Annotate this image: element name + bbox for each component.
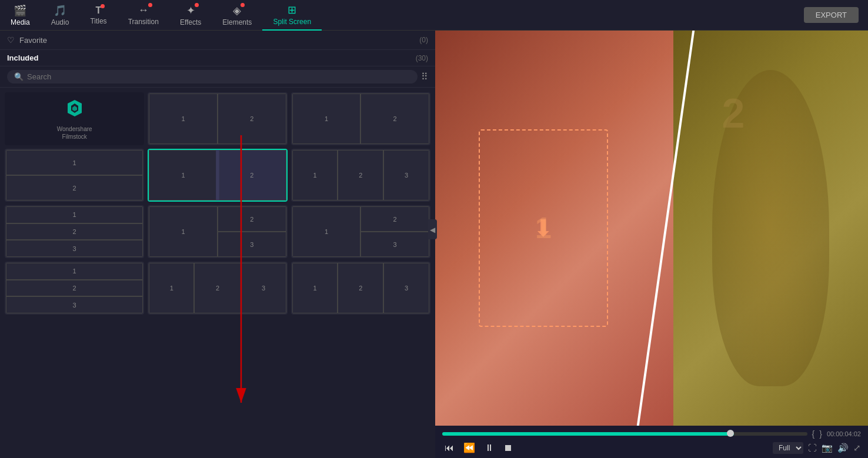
diag-cell-1: 1 bbox=[149, 263, 194, 313]
cell-3: 3 bbox=[6, 296, 143, 313]
favorite-label: Favorite bbox=[19, 36, 415, 45]
cell-2: 2 bbox=[6, 280, 143, 297]
stop-button[interactable]: ⏹ bbox=[501, 442, 515, 454]
quality-select[interactable]: Full 1/2 1/4 bbox=[773, 442, 803, 454]
cell-2: 2 bbox=[218, 206, 286, 232]
split-diag2-card[interactable]: 1 2 bbox=[148, 149, 287, 202]
chevron-left-icon: ◀ bbox=[430, 226, 435, 234]
bracket-end: } bbox=[819, 429, 822, 439]
cell-3: 3 bbox=[383, 150, 429, 200]
nav-splitscreen[interactable]: ⊞ Split Screen bbox=[262, 0, 322, 31]
diag-cell-1: 1 bbox=[149, 150, 218, 200]
cell-1: 1 bbox=[292, 206, 361, 257]
cell-1: 1 bbox=[292, 93, 361, 144]
cell-3: 3 bbox=[360, 232, 429, 257]
split-grid23a-card[interactable]: 1 2 3 bbox=[291, 205, 430, 258]
search-input[interactable] bbox=[27, 72, 410, 81]
progress-row: { } 00:00:04:02 bbox=[442, 429, 861, 439]
splitscreen-icon: ⊞ bbox=[288, 4, 296, 16]
nav-effects[interactable]: ✦ Effects bbox=[169, 0, 212, 31]
transition-icon: ↔ bbox=[138, 4, 149, 16]
cell-2: 2 bbox=[6, 175, 143, 200]
zone-number-2: 2 bbox=[722, 90, 745, 137]
included-label: Included bbox=[7, 54, 416, 62]
nav-audio-label: Audio bbox=[51, 18, 69, 26]
split-v3b-card[interactable]: 1 2 3 bbox=[5, 262, 144, 315]
nav-transition-label: Transition bbox=[128, 18, 159, 26]
filmstock-card[interactable]: WondershareFilmstock bbox=[5, 92, 144, 145]
cell-1: 1 bbox=[6, 206, 143, 223]
split-tri-card[interactable]: 1 2 3 bbox=[148, 262, 287, 315]
nav-media-label: Media bbox=[11, 18, 30, 26]
cell-1: 1 bbox=[292, 150, 338, 200]
progress-thumb bbox=[727, 430, 734, 437]
nav-elements-label: Elements bbox=[222, 18, 252, 26]
nav-titles-label: Titles bbox=[90, 17, 106, 25]
controls-row: ⏮ ⏪ ⏸ ⏹ Full 1/2 1/4 ⛶ 📷 🔊 ⤢ bbox=[442, 441, 861, 454]
search-input-wrap[interactable]: 🔍 bbox=[7, 70, 418, 83]
bracket-start: { bbox=[812, 429, 815, 439]
cell-2: 2 bbox=[360, 206, 429, 232]
progress-bar[interactable] bbox=[442, 432, 807, 436]
preview-area: 2 ⬇ 1 bbox=[435, 31, 868, 426]
nav-transition[interactable]: ↔ Transition bbox=[118, 0, 169, 31]
collapse-panel-button[interactable]: ◀ bbox=[428, 219, 437, 239]
preview-right-panel: 2 bbox=[673, 31, 868, 426]
titles-icon: T bbox=[96, 5, 102, 16]
cell-2: 2 bbox=[360, 93, 429, 144]
cell-2: 2 bbox=[338, 150, 383, 200]
cell-2: 2 bbox=[218, 93, 286, 144]
cell-1: 1 bbox=[292, 263, 338, 313]
heart-icon: ♡ bbox=[7, 35, 15, 45]
filmstock-label: WondershareFilmstock bbox=[57, 125, 92, 141]
diag-cell-3: 3 bbox=[241, 263, 286, 313]
fullscreen-icon[interactable]: ⤢ bbox=[853, 443, 861, 453]
grid-view-icon[interactable]: ⠿ bbox=[421, 71, 428, 82]
cell-1: 1 bbox=[6, 263, 143, 280]
step-back-button[interactable]: ⏪ bbox=[461, 441, 478, 454]
time-display: 00:00:04:02 bbox=[827, 430, 861, 437]
included-count: (30) bbox=[416, 54, 428, 62]
split-grid3-card[interactable]: 1 2 3 bbox=[291, 262, 430, 315]
cell-3: 3 bbox=[218, 232, 286, 257]
cell-1: 1 bbox=[149, 93, 218, 144]
top-navigation: 🎬 Media 🎵 Audio T Titles ↔ Transition ✦ … bbox=[0, 0, 868, 31]
favorite-row[interactable]: ♡ Favorite (0) bbox=[0, 31, 435, 50]
split-h2a-card[interactable]: 1 2 bbox=[148, 92, 287, 145]
nav-splitscreen-label: Split Screen bbox=[273, 18, 311, 26]
nav-titles[interactable]: T Titles bbox=[79, 0, 117, 31]
left-panel: ♡ Favorite (0) Included (30) 🔍 ⠿ bbox=[0, 31, 435, 458]
cell-3: 3 bbox=[383, 263, 429, 313]
play-pause-button[interactable]: ⏸ bbox=[482, 442, 496, 454]
drop-zone-1[interactable]: ⬇ 1 bbox=[479, 129, 609, 327]
split-h2b-card[interactable]: 1 2 bbox=[291, 92, 430, 145]
video-controls: { } 00:00:04:02 ⏮ ⏪ ⏸ ⏹ Full 1/2 1/4 ⛶ 📷… bbox=[435, 426, 868, 458]
nav-elements[interactable]: ◈ Elements bbox=[212, 0, 262, 31]
split-screen-grid: WondershareFilmstock 1 2 1 2 1 2 bbox=[0, 88, 435, 458]
split-v3-card[interactable]: 1 2 3 bbox=[5, 205, 144, 258]
split-h3a-card[interactable]: 1 2 3 bbox=[291, 149, 430, 202]
skip-back-button[interactable]: ⏮ bbox=[442, 442, 456, 454]
right-panel: 2 ⬇ 1 { } 00:00:04:02 ⏮ ⏪ ⏸ bbox=[435, 31, 868, 458]
volume-icon[interactable]: 🔊 bbox=[837, 443, 849, 453]
split-v2-card[interactable]: 1 2 bbox=[5, 149, 144, 202]
screenshot-icon[interactable]: 📷 bbox=[822, 443, 833, 453]
cell-1: 1 bbox=[149, 206, 218, 257]
cell-2: 2 bbox=[6, 223, 143, 240]
zone-number-1: 1 bbox=[535, 211, 552, 245]
diag-cell-2: 2 bbox=[194, 263, 241, 313]
media-icon: 🎬 bbox=[14, 4, 26, 17]
progress-fill bbox=[442, 432, 734, 436]
nav-media[interactable]: 🎬 Media bbox=[0, 0, 41, 31]
search-icon: 🔍 bbox=[14, 72, 24, 81]
elements-icon: ◈ bbox=[233, 4, 241, 17]
audio-icon: 🎵 bbox=[54, 4, 66, 17]
effects-icon: ✦ bbox=[186, 4, 195, 17]
export-button[interactable]: EXPORT bbox=[804, 7, 859, 23]
included-row[interactable]: Included (30) bbox=[0, 50, 435, 66]
nav-audio[interactable]: 🎵 Audio bbox=[41, 0, 80, 31]
nav-effects-label: Effects bbox=[180, 18, 201, 26]
main-layout: ♡ Favorite (0) Included (30) 🔍 ⠿ bbox=[0, 31, 868, 458]
split-l13-card[interactable]: 1 2 3 bbox=[148, 205, 287, 258]
fit-screen-icon[interactable]: ⛶ bbox=[808, 443, 817, 453]
